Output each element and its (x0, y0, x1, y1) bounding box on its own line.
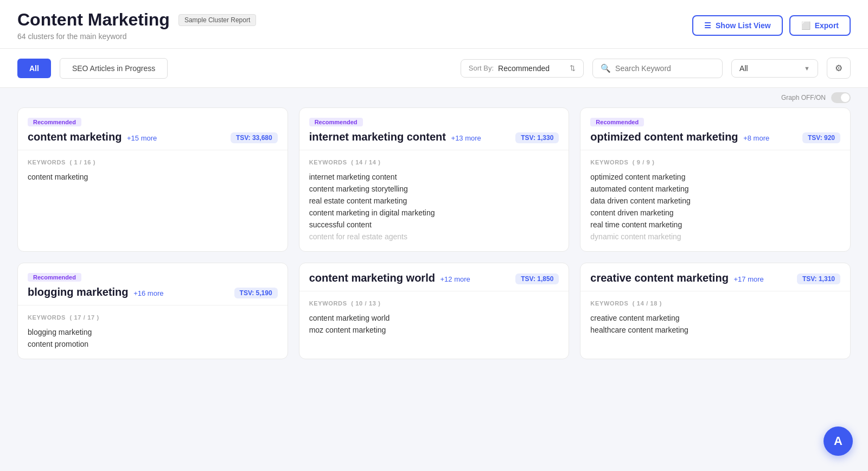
cluster-card: Recommended content marketing +15 more ⤢… (17, 107, 288, 252)
keyword-list: internet marketing contentcontent market… (309, 171, 559, 243)
keyword-item: healthcare content marketing (590, 324, 840, 336)
page-subtitle: 64 clusters for the main keyword (17, 32, 256, 41)
keyword-list: content marketing (28, 171, 278, 183)
keywords-label: KEYWORDS ( 1 / 16 ) (28, 159, 278, 166)
card-body: KEYWORDS ( 14 / 14 ) internet marketing … (299, 150, 569, 251)
keyword-item: real time content marketing (590, 219, 840, 231)
keywords-label: KEYWORDS ( 17 / 17 ) (28, 314, 278, 321)
card-title: content marketing world +12 more (309, 272, 548, 284)
card-more: +8 more (742, 134, 770, 142)
keywords-label: KEYWORDS ( 10 / 13 ) (309, 300, 559, 307)
header-left: Content Marketing Sample Cluster Report … (17, 10, 256, 41)
card-title: blogging marketing +16 more (28, 286, 266, 298)
keyword-list: creative content marketinghealthcare con… (590, 312, 840, 336)
card-body: KEYWORDS ( 9 / 9 ) optimized content mar… (580, 150, 850, 251)
sort-select[interactable]: Recommended TSV High to Low TSV Low to H… (498, 64, 565, 73)
keyword-list: blogging marketingcontent promotion (28, 326, 278, 350)
card-more: +17 more (732, 275, 764, 283)
graph-toggle-label: Graph OFF/ON (781, 94, 826, 101)
sort-icon: ⇅ (570, 64, 576, 72)
list-view-icon: ☰ (704, 21, 711, 30)
cluster-card: Recommended blogging marketing +16 more … (17, 263, 288, 359)
card-more: +12 more (438, 275, 470, 283)
keyword-item: creative content marketing (590, 312, 840, 324)
keyword-item: moz content marketing (309, 324, 559, 336)
keyword-item: content driven marketing (590, 207, 840, 219)
search-box: 🔍 (592, 59, 723, 78)
card-body: KEYWORDS ( 14 / 18 ) creative content ma… (580, 291, 850, 345)
keyword-item: successful content (309, 219, 559, 231)
export-button[interactable]: ⬜ Export (789, 15, 851, 36)
card-body: KEYWORDS ( 1 / 16 ) content marketing (18, 150, 288, 192)
keyword-item: content marketing in digital marketing (309, 207, 559, 219)
page-title-area: Content Marketing Sample Cluster Report (17, 10, 256, 30)
keywords-label: KEYWORDS ( 14 / 18 ) (590, 300, 840, 307)
cluster-card: Recommended internet marketing content +… (299, 107, 570, 252)
cards-grid: Recommended content marketing +15 more ⤢… (0, 107, 868, 377)
header-actions: ☰ Show List View ⬜ Export (692, 15, 851, 36)
card-title: internet marketing content +13 more (309, 131, 548, 143)
recommended-badge: Recommended (590, 118, 644, 126)
seo-articles-filter-button[interactable]: SEO Articles in Progress (60, 58, 168, 79)
toolbar: All SEO Articles in Progress Sort By: Re… (0, 49, 868, 88)
tsv-badge: TSV: 33,680 (231, 132, 278, 143)
show-list-view-button[interactable]: ☰ Show List View (692, 15, 783, 36)
cluster-card: content marketing world +12 more ⤢ TSV: … (299, 263, 570, 359)
keywords-label: KEYWORDS ( 14 / 14 ) (309, 159, 559, 166)
keyword-item: content marketing world (309, 312, 559, 324)
keyword-item: automated content marketing (590, 183, 840, 195)
sort-label: Sort By: (469, 64, 494, 72)
page-title: Content Marketing (17, 10, 170, 30)
card-top: creative content marketing +17 more ⤢ TS… (580, 263, 850, 291)
cluster-card: Recommended optimized content marketing … (580, 107, 851, 252)
card-top: Recommended internet marketing content +… (299, 108, 569, 150)
export-icon: ⬜ (801, 21, 810, 30)
keyword-item: dynamic content marketing (590, 231, 840, 243)
recommended-badge: Recommended (309, 118, 363, 126)
card-top: Recommended optimized content marketing … (580, 108, 850, 150)
graph-toggle-switch[interactable] (831, 92, 851, 103)
recommended-badge: Recommended (28, 273, 81, 282)
card-more: +13 more (449, 134, 481, 142)
tsv-badge: TSV: 1,310 (797, 273, 840, 284)
cluster-card: creative content marketing +17 more ⤢ TS… (580, 263, 851, 359)
filter-select-wrap: All Recommended ▼ (731, 59, 818, 78)
card-more: +15 more (125, 134, 157, 142)
page-header: Content Marketing Sample Cluster Report … (0, 0, 868, 49)
recommended-badge: Recommended (28, 118, 81, 126)
keyword-list: optimized content marketingautomated con… (590, 171, 840, 243)
filter-select[interactable]: All Recommended (739, 64, 800, 73)
keyword-item: real estate content marketing (309, 195, 559, 207)
card-top: Recommended blogging marketing +16 more … (18, 263, 288, 305)
sort-group: Sort By: Recommended TSV High to Low TSV… (461, 59, 584, 78)
keyword-list: content marketing worldmoz content marke… (309, 312, 559, 336)
report-badge: Sample Cluster Report (178, 14, 256, 26)
card-top: Recommended content marketing +15 more ⤢… (18, 108, 288, 150)
card-more: +16 more (132, 289, 164, 297)
graph-toggle-bar: Graph OFF/ON (0, 88, 868, 107)
keywords-label: KEYWORDS ( 9 / 9 ) (590, 159, 840, 166)
keyword-item: content marketing storytelling (309, 183, 559, 195)
keyword-item: content for real estate agents (309, 231, 559, 243)
tsv-badge: TSV: 1,330 (515, 132, 559, 143)
card-title: optimized content marketing +8 more (590, 131, 829, 143)
keyword-item: content marketing (28, 171, 278, 183)
keyword-item: optimized content marketing (590, 171, 840, 183)
tsv-badge: TSV: 5,190 (234, 288, 278, 298)
keyword-item: blogging marketing (28, 326, 278, 338)
search-input[interactable] (615, 64, 714, 73)
card-body: KEYWORDS ( 10 / 13 ) content marketing w… (299, 291, 569, 345)
card-top: content marketing world +12 more ⤢ TSV: … (299, 263, 569, 291)
search-icon: 🔍 (601, 63, 611, 73)
card-title: creative content marketing +17 more (590, 272, 829, 284)
filter-chevron-icon: ▼ (804, 65, 810, 72)
keyword-item: content promotion (28, 338, 278, 350)
filter-icon: ⚙ (835, 63, 843, 73)
filter-button[interactable]: ⚙ (827, 58, 851, 79)
tsv-badge: TSV: 1,850 (515, 273, 559, 284)
all-filter-button[interactable]: All (17, 59, 51, 78)
keyword-item: internet marketing content (309, 171, 559, 183)
card-body: KEYWORDS ( 17 / 17 ) blogging marketingc… (18, 305, 288, 359)
tsv-badge: TSV: 920 (802, 132, 840, 143)
keyword-item: data driven content marketing (590, 195, 840, 207)
